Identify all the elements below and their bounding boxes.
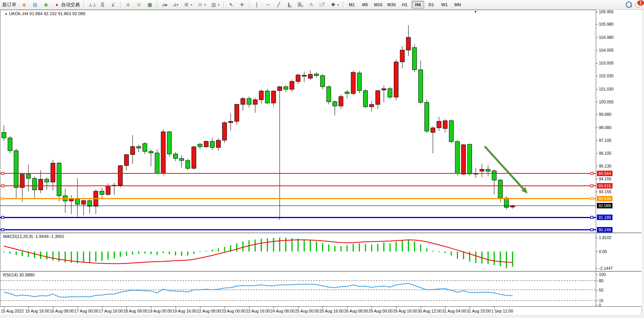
candle[interactable]	[492, 171, 497, 180]
candle[interactable]	[69, 199, 74, 201]
pane-separator[interactable]	[0, 271, 641, 272]
candle[interactable]	[357, 73, 361, 91]
candle[interactable]	[296, 75, 300, 82]
candle[interactable]	[8, 138, 12, 151]
candle[interactable]	[204, 141, 208, 147]
candle[interactable]	[504, 198, 509, 207]
new-order-button[interactable]: 新订单	[0, 0, 19, 9]
line-handle[interactable]	[591, 229, 593, 231]
candle[interactable]	[388, 89, 392, 97]
candle[interactable]	[167, 132, 172, 154]
candle[interactable]	[174, 154, 178, 159]
notifications-icon[interactable]: 1	[635, 2, 642, 7]
cursor-icon[interactable]: ↖	[226, 0, 237, 9]
candle[interactable]	[455, 142, 460, 173]
candle[interactable]	[81, 201, 86, 204]
line-handle[interactable]	[591, 172, 593, 175]
line-handle[interactable]	[591, 216, 593, 218]
candle[interactable]	[406, 37, 411, 50]
candle[interactable]	[437, 121, 441, 128]
candle[interactable]	[45, 179, 49, 182]
tile-windows-icon[interactable]: ▦	[144, 0, 155, 9]
candle[interactable]	[2, 133, 6, 138]
line-handle[interactable]	[2, 185, 4, 187]
candle[interactable]	[130, 147, 135, 155]
candle[interactable]	[486, 169, 490, 171]
candle[interactable]	[216, 140, 221, 147]
bar-chart-icon[interactable]: ⊥⊥	[86, 0, 97, 9]
candle[interactable]	[57, 163, 61, 196]
candle[interactable]	[302, 75, 306, 76]
candle[interactable]	[265, 91, 270, 103]
candle[interactable]	[290, 82, 294, 89]
candle[interactable]	[100, 191, 104, 194]
candle[interactable]	[137, 147, 141, 148]
candle[interactable]	[32, 178, 37, 190]
candle[interactable]	[468, 144, 472, 174]
candle[interactable]	[308, 74, 312, 78]
candle[interactable]	[253, 100, 257, 105]
candle[interactable]	[382, 89, 386, 90]
candle[interactable]	[223, 122, 227, 140]
zoom-in-icon[interactable]: ⊕	[123, 0, 133, 9]
candle[interactable]	[155, 153, 159, 173]
candle[interactable]	[88, 201, 92, 206]
candle[interactable]	[198, 144, 202, 147]
trendline-icon[interactable]: ╱	[273, 0, 284, 9]
tf-m5-button[interactable]: M5	[359, 1, 371, 9]
candle[interactable]	[351, 72, 355, 93]
candle[interactable]	[235, 104, 239, 121]
candle[interactable]	[241, 98, 245, 104]
candle[interactable]	[321, 75, 325, 87]
chart-title[interactable]: ▼ UKOil-,H4 91.984 92.152 91.863 92.089	[5, 11, 85, 16]
candle[interactable]	[412, 47, 417, 70]
candle[interactable]	[26, 174, 31, 178]
trend-arrow-annotation[interactable]	[485, 147, 523, 189]
line-chart-icon[interactable]: ∠	[108, 0, 119, 9]
line-handle[interactable]	[591, 197, 593, 200]
zoom-out-icon[interactable]: ⊖	[133, 0, 144, 9]
pane-separator[interactable]	[0, 232, 641, 233]
candle[interactable]	[370, 105, 374, 107]
candle[interactable]	[314, 74, 319, 75]
candlestick-chart-icon[interactable]: ⫿⫿	[97, 0, 108, 9]
candle[interactable]	[161, 132, 165, 174]
autotrading-button[interactable]: ● 自动交易	[51, 0, 82, 9]
vline-icon[interactable]: │	[251, 0, 262, 9]
candle[interactable]	[363, 91, 368, 107]
tf-h4-button[interactable]: H4	[412, 1, 424, 9]
tf-m1-button[interactable]: M1	[346, 1, 358, 9]
candle[interactable]	[339, 96, 343, 106]
candle[interactable]	[326, 87, 331, 102]
crosshair-icon[interactable]: ✛	[237, 0, 247, 9]
candle[interactable]	[143, 143, 147, 151]
candle[interactable]	[333, 102, 337, 106]
chart-shift-marker-icon[interactable]: ▼	[474, 10, 477, 14]
candle[interactable]	[179, 159, 184, 161]
line-handle[interactable]	[2, 172, 4, 175]
candle[interactable]	[14, 151, 18, 188]
candle[interactable]	[425, 102, 429, 131]
deposit-icon[interactable]: ◆	[19, 0, 30, 9]
market-watch-icon[interactable]: ▤	[30, 0, 40, 9]
candle[interactable]	[419, 70, 423, 102]
search-icon[interactable]	[626, 2, 632, 8]
template-dropdown[interactable]: ▥▾	[208, 0, 222, 9]
tf-w1-button[interactable]: W1	[438, 1, 451, 9]
fibonacci-icon[interactable]: ☰F	[295, 0, 306, 9]
candle[interactable]	[247, 98, 251, 104]
line-handle[interactable]	[2, 229, 4, 231]
line-handle[interactable]	[591, 185, 593, 187]
hline-icon[interactable]: ─	[262, 0, 273, 9]
arrange-symbol-icon[interactable]: ⊿▪	[170, 0, 181, 9]
tf-m30-button[interactable]: M30	[385, 1, 398, 9]
candle[interactable]	[228, 121, 233, 122]
add-indicator-dropdown[interactable]: ⊞▾	[181, 0, 195, 9]
line-handle[interactable]	[2, 216, 4, 218]
candle[interactable]	[39, 179, 43, 190]
date-axis[interactable]: 15 Aug 202215 Aug 16:0016 Aug 08:0017 Au…	[0, 306, 641, 315]
signals-icon[interactable]: ◉	[40, 0, 51, 9]
period-dropdown[interactable]: ⊙▾	[195, 0, 208, 9]
candle[interactable]	[118, 166, 123, 185]
tf-h1-button[interactable]: H1	[398, 1, 411, 9]
